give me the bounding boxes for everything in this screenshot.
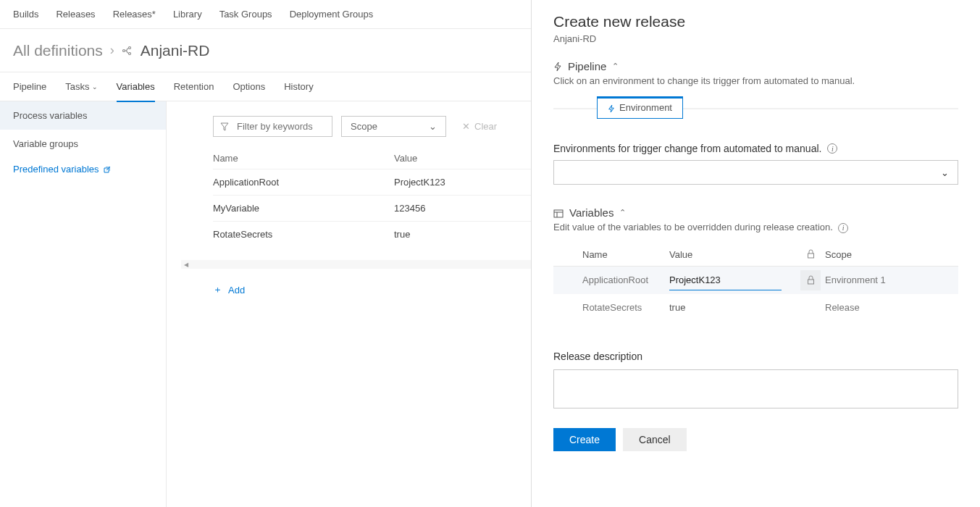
nav-builds[interactable]: Builds	[13, 9, 38, 20]
plus-icon: ＋	[213, 283, 222, 296]
cancel-button[interactable]: Cancel	[623, 428, 687, 451]
tab-history[interactable]: History	[284, 72, 313, 101]
create-release-panel: Create new release Anjani-RD Pipeline ⌃ …	[531, 0, 980, 507]
chevron-up-icon: ⌃	[619, 208, 626, 217]
button-row: Create Cancel	[553, 428, 958, 451]
chevron-right-icon: ›	[110, 43, 114, 58]
chevron-down-icon: ⌄	[92, 83, 98, 91]
breadcrumb-name: Anjani-RD	[141, 42, 210, 59]
bolt-icon	[553, 61, 562, 72]
lock-toggle[interactable]	[800, 270, 821, 290]
bolt-icon	[608, 102, 615, 113]
header-value: Value	[394, 153, 539, 164]
panel-var-row[interactable]: ApplicationRoot ProjectK123 Environment …	[553, 267, 958, 294]
info-icon[interactable]: i	[838, 223, 848, 233]
panel-var-header: Name Value Scope	[553, 243, 958, 267]
create-button[interactable]: Create	[553, 428, 616, 451]
panel-var-row[interactable]: RotateSecrets true Release	[553, 294, 958, 322]
sidebar-link-predefined[interactable]: Predefined variables	[0, 158, 166, 180]
close-icon: ✕	[462, 121, 470, 132]
variable-icon	[553, 206, 564, 219]
info-icon[interactable]: i	[827, 143, 837, 154]
tab-variables[interactable]: Variables	[117, 72, 155, 101]
description-input[interactable]	[553, 369, 958, 408]
lock-icon	[796, 249, 825, 260]
svg-point-1	[128, 47, 130, 49]
pipeline-section-desc: Click on an environment to change its tr…	[553, 75, 958, 86]
env-trigger-label: Environments for trigger change from aut…	[553, 143, 958, 154]
variables-section-header[interactable]: Variables ⌃	[553, 206, 958, 219]
chevron-up-icon: ⌃	[612, 62, 619, 71]
tab-options[interactable]: Options	[233, 72, 265, 101]
svg-rect-5	[808, 280, 813, 284]
nav-task-groups[interactable]: Task Groups	[219, 9, 272, 20]
sidebar-item-variable-groups[interactable]: Variable groups	[0, 130, 166, 158]
clear-button[interactable]: ✕ Clear	[462, 121, 497, 132]
tab-pipeline[interactable]: Pipeline	[13, 72, 46, 101]
triangle-left-icon: ◀	[184, 261, 188, 268]
env-select[interactable]: ⌄	[553, 160, 958, 185]
nav-releases-star[interactable]: Releases*	[113, 9, 156, 20]
header-name: Name	[213, 153, 394, 164]
chevron-down-icon: ⌄	[429, 121, 437, 132]
chevron-down-icon: ⌄	[941, 167, 949, 178]
svg-point-0	[122, 50, 125, 52]
svg-rect-4	[808, 254, 813, 258]
nav-releases[interactable]: Releases	[56, 9, 95, 20]
scope-dropdown[interactable]: Scope ⌄	[341, 116, 446, 137]
nav-library[interactable]: Library	[173, 9, 202, 20]
pipeline-diagram: Environment	[553, 96, 958, 122]
panel-subtitle: Anjani-RD	[553, 33, 958, 44]
svg-point-2	[128, 53, 130, 55]
tab-retention[interactable]: Retention	[174, 72, 214, 101]
nav-deployment-groups[interactable]: Deployment Groups	[290, 9, 374, 20]
description-label: Release description	[553, 351, 958, 362]
sidebar-item-process-variables[interactable]: Process variables	[0, 101, 166, 130]
svg-rect-3	[554, 210, 563, 217]
environment-node[interactable]: Environment	[597, 96, 683, 119]
filter-input[interactable]	[213, 116, 332, 137]
release-definition-icon	[122, 44, 133, 56]
panel-title: Create new release	[553, 13, 958, 30]
tab-tasks[interactable]: Tasks⌄	[65, 72, 97, 101]
variables-section-desc: Edit value of the variables to be overri…	[553, 222, 958, 233]
breadcrumb-all[interactable]: All definitions	[13, 42, 103, 59]
value-input[interactable]: ProjectK123	[669, 270, 782, 290]
external-link-icon	[103, 164, 110, 173]
pipeline-section-header[interactable]: Pipeline ⌃	[553, 60, 958, 72]
sidebar: Process variables Variable groups Predef…	[0, 101, 167, 507]
